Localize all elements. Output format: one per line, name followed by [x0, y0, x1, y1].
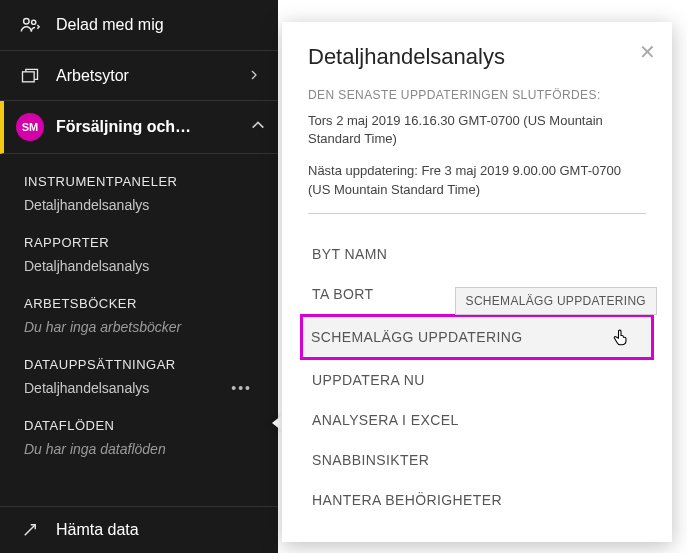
get-data-icon	[18, 521, 42, 539]
dataset-actions-popup: ✕ Detaljhandelsanalys DEN SENASTE UPPDAT…	[282, 22, 672, 542]
more-actions-icon[interactable]: •••	[231, 380, 254, 396]
section-datasets-header: DATAUPPSÄTTNINGAR	[0, 347, 278, 376]
menu-label: HANTERA BEHÖRIGHETER	[312, 492, 502, 508]
svg-point-0	[24, 19, 29, 24]
section-dataflows-header: DATAFLÖDEN	[0, 408, 278, 437]
section-dashboards-header: INSTRUMENTPANELER	[0, 164, 278, 193]
menu-label: SNABBINSIKTER	[312, 452, 429, 468]
menu-label: ANALYSERA I EXCEL	[312, 412, 459, 428]
entry-label: Du har inga arbetsböcker	[24, 319, 181, 335]
menu-label: BYT NAMN	[312, 246, 387, 262]
menu-refresh-now[interactable]: UPPDATERA NU	[308, 360, 646, 400]
tooltip: SCHEMALÄGG UPPDATERING	[455, 287, 657, 315]
nav-shared-with-me[interactable]: Delad med mig	[0, 0, 278, 51]
sidebar: Delad med mig Arbetsytor SM Försäljning …	[0, 0, 278, 553]
callout-arrow-icon	[272, 415, 282, 431]
last-refresh-label: DEN SENASTE UPPDATERINGEN SLUTFÖRDES:	[308, 88, 646, 102]
workspace-section-list: INSTRUMENTPANELER Detaljhandelsanalys RA…	[0, 154, 278, 469]
menu-label: SCHEMALÄGG UPPDATERING	[311, 329, 523, 345]
dataset-menu: BYT NAMN TA BORT SCHEMALÄGG UPPDATERING …	[308, 234, 646, 520]
nav-get-data-label: Hämta data	[56, 521, 139, 539]
last-refresh-value: Tors 2 maj 2019 16.16.30 GMT-0700 (US Mo…	[308, 112, 646, 148]
close-icon[interactable]: ✕	[639, 40, 656, 64]
menu-rename[interactable]: BYT NAMN	[308, 234, 646, 274]
svg-point-1	[32, 20, 36, 24]
nav-workspaces[interactable]: Arbetsytor	[0, 51, 278, 101]
people-share-icon	[18, 14, 42, 36]
menu-manage-permissions[interactable]: HANTERA BEHÖRIGHETER	[308, 480, 646, 520]
menu-label: UPPDATERA NU	[312, 372, 425, 388]
nav-workspaces-label: Arbetsytor	[56, 67, 248, 85]
nav-get-data[interactable]: Hämta data	[0, 506, 278, 553]
entry-label: Detaljhandelsanalys	[24, 380, 149, 396]
section-reports-entry[interactable]: Detaljhandelsanalys	[0, 254, 278, 286]
entry-label: Detaljhandelsanalys	[24, 258, 149, 274]
next-refresh-value: Nästa uppdatering: Fre 3 maj 2019 9.00.0…	[308, 162, 646, 213]
menu-analyze-excel[interactable]: ANALYSERA I EXCEL	[308, 400, 646, 440]
menu-label: TA BORT	[312, 286, 373, 302]
chevron-up-icon	[250, 117, 266, 137]
nav-shared-label: Delad med mig	[56, 16, 260, 34]
menu-quick-insights[interactable]: SNABBINSIKTER	[308, 440, 646, 480]
workspace-selected[interactable]: SM Försäljning och…	[0, 101, 278, 154]
popup-title: Detaljhandelsanalys	[308, 44, 646, 70]
section-workbooks-header: ARBETSBÖCKER	[0, 286, 278, 315]
section-workbooks-empty: Du har inga arbetsböcker	[0, 315, 278, 347]
svg-rect-2	[23, 71, 35, 81]
workspace-label: Försäljning och…	[56, 118, 250, 136]
chevron-right-icon	[248, 65, 260, 86]
entry-label: Du har inga dataflöden	[24, 441, 166, 457]
section-datasets-entry[interactable]: Detaljhandelsanalys •••	[0, 376, 278, 408]
workspaces-icon	[18, 66, 42, 86]
entry-label: Detaljhandelsanalys	[24, 197, 149, 213]
section-dataflows-empty: Du har inga dataflöden	[0, 437, 278, 469]
section-dashboards-entry[interactable]: Detaljhandelsanalys	[0, 193, 278, 225]
cursor-hand-icon	[611, 326, 631, 353]
section-reports-header: RAPPORTER	[0, 225, 278, 254]
workspace-badge: SM	[16, 113, 44, 141]
menu-schedule-refresh[interactable]: SCHEMALÄGG UPPDATERING SCHEMALÄGG UPPDAT…	[300, 314, 654, 360]
